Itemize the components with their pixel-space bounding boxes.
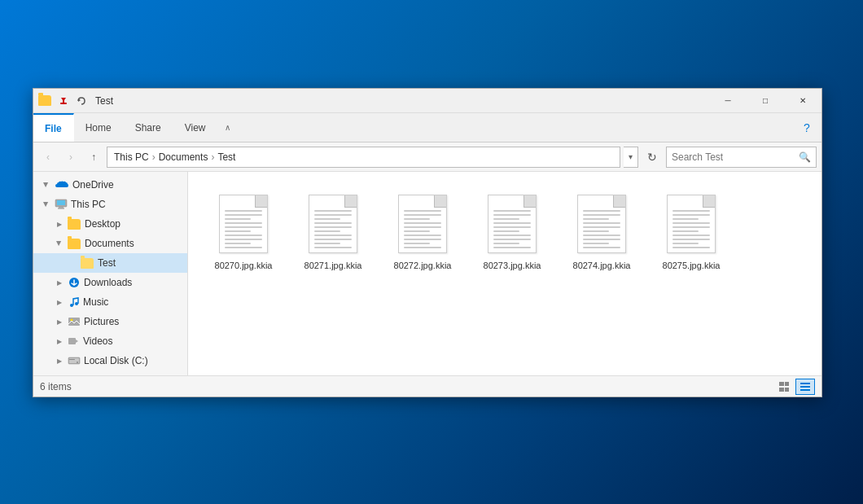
doc-line (225, 230, 251, 232)
file-item-1[interactable]: 80271.jpg.kkia (292, 186, 374, 276)
doc-line (225, 222, 262, 224)
doc-line (493, 226, 531, 228)
forward-button[interactable]: › (61, 147, 81, 167)
doc-line (493, 239, 531, 240)
status-bar: 6 items (33, 375, 821, 397)
doc-line (314, 243, 340, 244)
sidebar-item-desktop[interactable]: ▶ Desktop (33, 214, 187, 234)
sidebar-item-test[interactable]: ▶ Test (33, 253, 187, 273)
sidebar-item-localdisk[interactable]: ▶ Local Disk (C:) (33, 351, 187, 370)
doc-lines-4 (583, 210, 620, 251)
doc-line (225, 218, 251, 220)
sidebar-item-documents[interactable]: ▶ Documents (33, 234, 187, 253)
expand-arrow-music[interactable]: ▶ (53, 296, 66, 309)
svg-rect-13 (68, 338, 76, 344)
up-button[interactable]: ↑ (84, 147, 103, 167)
expand-arrow-onedrive[interactable]: ▶ (40, 178, 53, 191)
address-dropdown-button[interactable]: ▾ (624, 147, 638, 168)
doc-line (672, 226, 710, 228)
svg-rect-7 (58, 208, 64, 209)
doc-line (314, 214, 352, 216)
doc-lines-2 (404, 210, 441, 251)
sidebar-item-thispc[interactable]: ▶ This PC (33, 195, 187, 214)
expand-arrow-downloads[interactable]: ▶ (53, 276, 66, 289)
doc-icon-2 (398, 195, 447, 253)
doc-line (404, 218, 430, 220)
doc-line (225, 214, 262, 216)
expand-arrow-videos[interactable]: ▶ (53, 335, 66, 348)
file-item-2[interactable]: 80272.jpg.kkia (382, 186, 463, 276)
doc-line (314, 218, 340, 220)
path-test[interactable]: Test (217, 151, 235, 163)
expand-arrow-desktop[interactable]: ▶ (53, 217, 66, 230)
view-buttons (774, 379, 815, 395)
sidebar-item-downloads[interactable]: ▶ Downloads (33, 273, 187, 292)
sidebar-label-music: Music (83, 296, 108, 308)
doc-line (672, 218, 699, 220)
doc-line (314, 226, 352, 228)
expand-arrow-pictures[interactable]: ▶ (53, 315, 66, 328)
back-button[interactable]: ‹ (38, 147, 58, 167)
doc-line (672, 243, 699, 244)
list-view-button[interactable] (774, 379, 794, 395)
address-path[interactable]: This PC › Documents › Test (107, 147, 620, 168)
doc-icon-0 (219, 195, 268, 253)
doc-line (583, 230, 609, 232)
maximize-button[interactable]: □ (747, 89, 784, 113)
doc-line (493, 234, 531, 236)
sidebar: ▶ OneDrive ▶ (33, 172, 188, 375)
file-item-0[interactable]: 80270.jpg.kkia (203, 186, 284, 276)
expand-arrow-localdisk[interactable]: ▶ (53, 354, 66, 367)
sidebar-label-localdisk: Local Disk (C:) (84, 355, 148, 366)
search-box[interactable]: 🔍 (666, 147, 817, 168)
desktop-folder-icon (68, 219, 81, 230)
file-item-3[interactable]: 80273.jpg.kkia (471, 186, 553, 276)
tab-view[interactable]: View (173, 113, 218, 142)
search-icon[interactable]: 🔍 (799, 151, 811, 163)
close-button[interactable]: ✕ (784, 89, 821, 113)
search-input[interactable] (672, 151, 795, 163)
file-item-4[interactable]: 80274.jpg.kkia (561, 186, 642, 276)
doc-line (225, 239, 262, 240)
test-folder-icon (81, 258, 94, 269)
sidebar-label-onedrive: OneDrive (72, 179, 114, 191)
tab-share[interactable]: Share (124, 113, 173, 142)
file-name-2: 80272.jpg.kkia (394, 260, 452, 271)
doc-icon-1 (309, 195, 357, 253)
refresh-button[interactable]: ↻ (642, 147, 663, 168)
minimize-button[interactable]: ─ (709, 89, 747, 113)
pictures-icon (68, 316, 81, 327)
doc-line (404, 230, 430, 232)
downloads-icon (68, 277, 81, 288)
doc-line (672, 210, 710, 212)
svg-rect-24 (800, 386, 810, 388)
sidebar-label-documents: Documents (85, 238, 134, 249)
pin-quick-access-button[interactable] (56, 94, 71, 108)
expand-arrow-thispc[interactable]: ▶ (40, 198, 53, 211)
doc-line (583, 222, 620, 224)
svg-rect-19 (779, 382, 784, 386)
svg-marker-14 (76, 340, 78, 343)
undo-button[interactable] (74, 94, 89, 108)
svg-rect-6 (59, 207, 64, 208)
tile-view-button[interactable] (795, 379, 815, 395)
ribbon-collapse-button[interactable]: ∧ (218, 113, 238, 142)
doc-line (404, 239, 441, 240)
file-item-5[interactable]: 80275.jpg.kkia (651, 186, 732, 276)
path-sep-2: › (211, 151, 214, 163)
path-documents[interactable]: Documents (159, 151, 208, 163)
doc-line (583, 210, 620, 212)
onedrive-icon (55, 179, 69, 191)
tab-home[interactable]: Home (74, 113, 124, 142)
help-button[interactable]: ? (792, 113, 821, 142)
sidebar-item-videos[interactable]: ▶ Videos (33, 331, 187, 351)
tab-file[interactable]: File (33, 113, 74, 142)
doc-line (404, 222, 441, 224)
expand-arrow-documents[interactable]: ▶ (53, 237, 66, 250)
sidebar-item-pictures[interactable]: ▶ Pictures (33, 312, 187, 331)
path-thispc[interactable]: This PC (114, 151, 149, 163)
sidebar-label-downloads: Downloads (84, 277, 132, 288)
sidebar-item-music[interactable]: ▶ Music (33, 292, 187, 312)
sidebar-item-onedrive[interactable]: ▶ OneDrive (33, 175, 187, 195)
svg-marker-2 (61, 98, 66, 100)
